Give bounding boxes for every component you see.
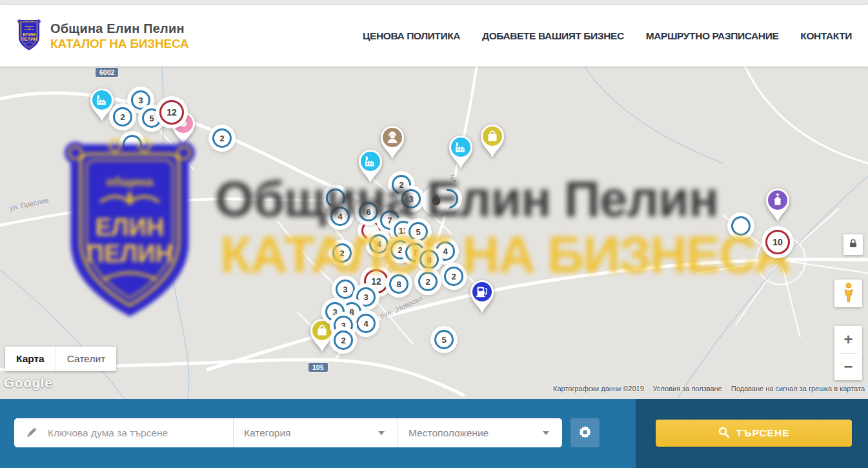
attribution-report-link[interactable]: Подаване на сигнал за грешка в картата xyxy=(731,385,865,392)
map-marker-cluster[interactable]: 2 xyxy=(444,267,463,286)
map-marker-cluster[interactable]: 3 xyxy=(131,90,150,110)
site-header: община ЕЛИН ПЕЛИН Община Елин Пелин КАТА… xyxy=(0,5,868,66)
search-submit-button[interactable]: ТЪРСЕНЕ xyxy=(656,420,852,447)
site-subtitle: КАТАЛОГ НА БИЗНЕСА xyxy=(50,37,189,51)
main-nav: ЦЕНОВА ПОЛИТИКА ДОБАВЕТЕ ВАШИЯТ БИЗНЕС М… xyxy=(363,30,852,42)
map-type-satellite-button[interactable]: Сателит xyxy=(56,347,116,371)
map-marker-pin-factory[interactable] xyxy=(87,86,117,126)
svg-text:ПЕЛИН: ПЕЛИН xyxy=(21,37,37,41)
map-marker-cluster[interactable]: 10 xyxy=(765,230,790,254)
map-marker-cluster[interactable]: 12 xyxy=(159,100,184,125)
map-marker-cluster[interactable]: 8 xyxy=(389,274,409,294)
road-number-badge: 6002 xyxy=(96,68,118,77)
keyword-search-input[interactable] xyxy=(48,418,233,447)
map-marker-pin-factory[interactable] xyxy=(446,133,476,173)
map-marker-cluster[interactable]: 6 xyxy=(359,202,378,221)
map-marker-pin-church[interactable] xyxy=(763,186,792,226)
road-number-badge: 105 xyxy=(308,363,328,372)
map-marker-cluster[interactable] xyxy=(326,188,345,208)
map-marker-cluster[interactable] xyxy=(731,216,751,236)
location-select-value: Местоположение xyxy=(409,427,489,439)
nav-item-contacts[interactable]: КОНТАКТИ xyxy=(800,30,852,42)
chevron-down-icon xyxy=(378,431,385,435)
map-marker-cluster[interactable]: 4 xyxy=(369,234,389,254)
map-marker-cluster[interactable]: 5 xyxy=(142,108,161,128)
map-canvas[interactable]: 325122235467135422748221283383432510 общ… xyxy=(0,66,868,399)
svg-text:ЕЛИН: ЕЛИН xyxy=(23,32,35,36)
search-bar: Категория Местоположение ТЪРСЕНЕ xyxy=(0,399,868,468)
map-type-map-button[interactable]: Карта xyxy=(5,347,56,371)
zoom-in-button[interactable]: + xyxy=(834,326,862,353)
map-marker-cluster[interactable]: 2 xyxy=(418,272,438,291)
map-marker-cluster[interactable]: 8 xyxy=(419,250,439,269)
map-marker-pin-bag[interactable] xyxy=(478,122,507,162)
zoom-control: + − xyxy=(834,326,862,380)
advanced-search-settings-button[interactable] xyxy=(570,418,600,447)
chevron-down-icon xyxy=(543,431,549,435)
street-view-pegman-button[interactable] xyxy=(834,280,862,307)
search-button-label: ТЪРСЕНЕ xyxy=(736,427,790,439)
street-label: ци xyxy=(450,174,459,183)
google-logo[interactable]: Google xyxy=(4,375,52,391)
map-marker-cluster[interactable]: 4 xyxy=(330,207,350,226)
map-type-control: Карта Сателит xyxy=(5,347,116,371)
map-marker-pin-factory[interactable] xyxy=(356,147,385,187)
gear-icon xyxy=(578,425,592,441)
municipality-crest-logo: община ЕЛИН ПЕЛИН xyxy=(16,18,42,54)
pencil-icon xyxy=(14,418,48,447)
map-marker-cluster[interactable]: 2 xyxy=(334,331,353,350)
site-title: Община Елин Пелин xyxy=(50,21,189,36)
search-input-group: Категория Местоположение xyxy=(14,418,562,447)
map-marker-cluster[interactable]: 2 xyxy=(113,107,132,127)
nav-item-pricing-policy[interactable]: ЦЕНОВА ПОЛИТИКА xyxy=(363,30,460,42)
map-marker-cluster[interactable] xyxy=(123,135,142,154)
svg-text:община: община xyxy=(25,25,34,28)
nav-item-route-schedule[interactable]: МАРШРУТНО РАЗПИСАНИЕ xyxy=(646,30,779,42)
pegman-icon xyxy=(841,282,856,305)
category-select[interactable]: Категория xyxy=(234,418,398,447)
site-logo-link[interactable]: община ЕЛИН ПЕЛИН Община Елин Пелин КАТА… xyxy=(16,18,189,54)
map-marker-cluster[interactable]: 3 xyxy=(336,280,355,299)
magnifier-icon xyxy=(718,427,729,440)
flame-icon xyxy=(429,193,444,209)
map-marker-cluster[interactable]: 3 xyxy=(401,189,421,209)
map-marker-cluster[interactable]: 5 xyxy=(409,222,428,241)
lock-control[interactable] xyxy=(843,234,863,255)
map-marker-cluster[interactable]: 3 xyxy=(356,287,376,307)
map-marker-pin-fuel[interactable] xyxy=(467,278,497,318)
map-marker-cluster[interactable]: 4 xyxy=(356,314,376,333)
map-marker-cluster[interactable]: 2 xyxy=(332,243,352,263)
map-marker-cluster[interactable]: 2 xyxy=(212,128,232,148)
nav-item-add-your-business[interactable]: ДОБАВЕТЕ ВАШИЯТ БИЗНЕС xyxy=(482,30,624,42)
zoom-out-button[interactable]: − xyxy=(834,353,862,380)
map-marker-flame[interactable] xyxy=(425,190,447,212)
lock-icon xyxy=(848,238,858,251)
map-attribution: Картографски данни ©2019 Условия за полз… xyxy=(553,385,865,392)
location-select[interactable]: Местоположение xyxy=(398,418,562,447)
map-marker-pin-bag[interactable] xyxy=(307,316,337,356)
attribution-terms-link[interactable]: Условия за ползване xyxy=(653,385,722,392)
attribution-copyright: Картографски данни ©2019 xyxy=(553,385,644,392)
map-marker-cluster[interactable]: 5 xyxy=(434,330,454,349)
category-select-value: Категория xyxy=(244,427,290,439)
